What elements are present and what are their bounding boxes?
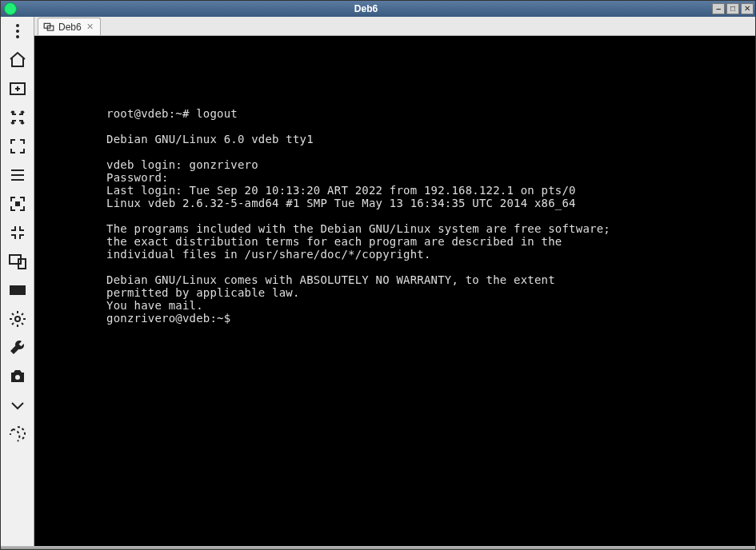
- svg-rect-4: [15, 201, 20, 206]
- svg-point-0: [16, 24, 19, 27]
- minimize-button[interactable]: ‒: [712, 3, 725, 14]
- keyboard-icon[interactable]: [6, 279, 30, 301]
- terminal-viewport[interactable]: root@vdeb:~# logout Debian GNU/Linux 6.0…: [34, 36, 755, 546]
- screens-icon: [43, 22, 54, 33]
- sidebar-toolbar: [1, 17, 34, 546]
- disconnect-icon[interactable]: [6, 423, 30, 445]
- main-area: Deb6 ✕ root@vdeb:~# logout Debian GNU/Li…: [34, 17, 755, 546]
- add-screen-icon[interactable]: [6, 78, 30, 100]
- svg-point-14: [14, 374, 21, 381]
- focus-icon[interactable]: [6, 135, 30, 157]
- tab-close-icon[interactable]: ✕: [86, 22, 95, 32]
- svg-rect-12: [13, 291, 22, 293]
- svg-point-1: [16, 30, 19, 33]
- drag-handle-icon[interactable]: [6, 20, 30, 42]
- svg-rect-10: [18, 287, 19, 289]
- tabbar: Deb6 ✕: [34, 17, 755, 36]
- window-controls: ‒ □ ✕: [712, 3, 754, 14]
- list-icon[interactable]: [6, 164, 30, 186]
- svg-point-13: [15, 317, 20, 321]
- close-button[interactable]: ✕: [741, 3, 754, 14]
- tab-deb6[interactable]: Deb6 ✕: [38, 18, 101, 35]
- devices-icon[interactable]: [6, 250, 30, 273]
- statusbar: [1, 546, 755, 549]
- chevron-down-icon[interactable]: [6, 394, 30, 416]
- terminal-output: root@vdeb:~# logout Debian GNU/Linux 6.0…: [36, 39, 754, 325]
- app-window: Deb6 ‒ □ ✕: [0, 0, 756, 550]
- maximize-button[interactable]: □: [726, 3, 739, 14]
- window-body: Deb6 ✕ root@vdeb:~# logout Debian GNU/Li…: [1, 17, 755, 546]
- titlebar[interactable]: Deb6 ‒ □ ✕: [1, 1, 755, 17]
- screenshot-icon[interactable]: [6, 365, 30, 388]
- svg-rect-11: [21, 287, 22, 289]
- fullscreen-enter-icon[interactable]: [6, 193, 30, 215]
- svg-rect-8: [11, 287, 13, 289]
- home-icon[interactable]: [6, 49, 30, 71]
- app-icon: [4, 2, 17, 15]
- svg-point-2: [16, 35, 19, 38]
- settings-icon[interactable]: [6, 308, 30, 330]
- tab-label: Deb6: [58, 22, 82, 33]
- svg-rect-9: [14, 287, 16, 289]
- fullscreen-exit-icon[interactable]: [6, 221, 30, 244]
- window-title: Deb6: [20, 3, 712, 14]
- switch-session-icon[interactable]: [6, 106, 30, 129]
- tools-icon[interactable]: [6, 337, 30, 359]
